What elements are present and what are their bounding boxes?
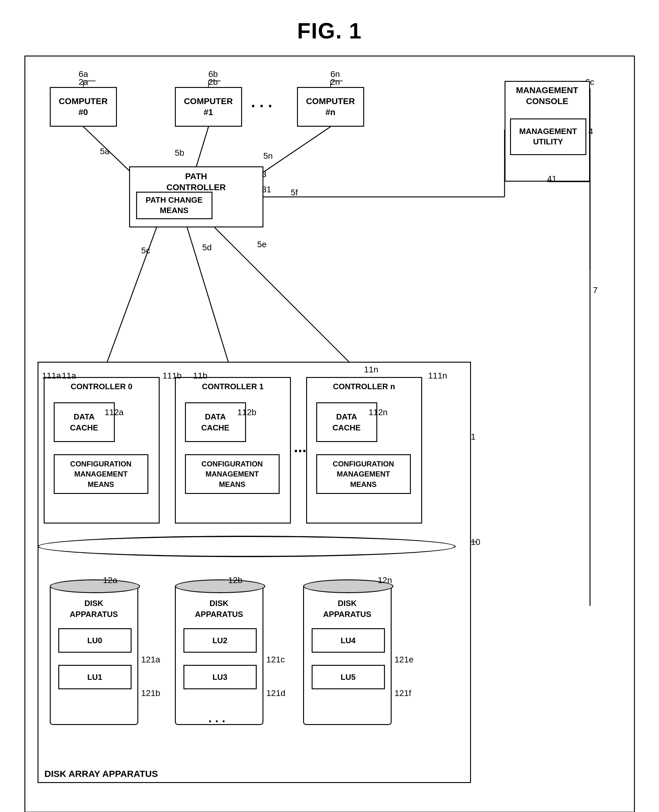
dots-computers: . . . [251,93,272,111]
disk-app-1-cylinder: DISKAPPARATUS LU2 LU3 [175,585,263,725]
dots-controllers: ... [294,438,307,456]
lu4-label: LU4 [341,636,356,645]
config-mgmt-n-label: CONFIGURATIONMANAGEMENTMEANS [333,459,394,490]
controller-n-box: CONTROLLER n DATACACHE CONFIGURATIONMANA… [306,377,422,523]
controller-1-label: CONTROLLER 1 [202,382,263,392]
path-change-means-box: PATH CHANGEMEANS [136,192,213,219]
ref-3: 3 [262,169,267,179]
mgmt-utility-label: MANAGEMENTUTILITY [519,126,577,147]
ref-2b: 2b [208,77,218,87]
ref-11a: 11a [62,371,76,381]
disk-array-label: DISK ARRAY APPARATUS [44,769,158,779]
data-cache-0-label: DATACACHE [70,411,98,434]
lu3-box: LU3 [183,665,257,689]
computer-0-box: COMPUTER#0 [50,87,117,127]
data-cache-n: DATACACHE [316,402,377,442]
disk-app-1-label: DISKAPPARATUS [176,598,263,620]
controller-n-label: CONTROLLER n [333,382,395,392]
ref-10: 10 [471,537,481,547]
ref-41: 41 [547,174,557,184]
data-cache-n-label: DATACACHE [333,411,361,434]
disk-app-0-cylinder: DISKAPPARATUS LU0 LU1 [50,585,138,725]
ref-121b: 121b [141,688,160,698]
computer-1-box: COMPUTER#1 [175,87,242,127]
lu4-box: LU4 [312,628,385,653]
lu1-label: LU1 [87,673,102,682]
san-bus [38,536,456,557]
ref-12a: 12a [103,575,118,585]
computer-n-box: COMPUTER#n [297,87,364,127]
disk-app-0-top [50,579,140,593]
controller-0-label: CONTROLLER 0 [71,382,132,392]
ref-111a: 111a [42,371,61,381]
diagram-container: 6a 2a 6b 2b 6n 2n 6c COMPUTER#0 COMPUTER… [24,55,635,812]
lu5-box: LU5 [312,665,385,689]
ref-12b: 12b [228,575,243,585]
lu0-label: LU0 [87,636,102,645]
controller-1-box: CONTROLLER 1 DATACACHE CONFIGURATIONMANA… [175,377,291,523]
lu2-box: LU2 [183,628,257,653]
ref-11n: 11n [364,365,378,375]
ref-11b: 11b [193,371,208,381]
path-change-means-label: PATH CHANGEMEANS [146,195,203,216]
path-controller-label: PATHCONTROLLER [166,171,225,193]
lu1-box: LU1 [58,665,132,689]
computer-n-label: COMPUTER#n [306,96,355,118]
ref-5b: 5b [175,148,184,158]
lu0-box: LU0 [58,628,132,653]
disk-app-0-label: DISKAPPARATUS [50,598,137,620]
ref-7: 7 [593,285,598,295]
ref-5f: 5f [291,188,298,197]
page-title: FIG. 1 [0,0,659,55]
lu2-label: LU2 [213,636,227,645]
disk-app-1-top [175,579,265,593]
mgmt-utility-box: MANAGEMENTUTILITY [510,118,586,155]
controller-0-box: CONTROLLER 0 DATACACHE CONFIGURATIONMANA… [44,377,160,523]
ref-31: 31 [262,185,271,194]
ref-5c: 5c [141,246,150,255]
dots-lus: . . . [208,711,225,725]
disk-apparatus-1: DISKAPPARATUS LU2 LU3 12b 121c 121d . . … [175,575,270,728]
config-mgmt-n: CONFIGURATIONMANAGEMENTMEANS [316,454,411,494]
ref-112b: 112b [238,408,256,417]
ref-5e: 5e [257,240,267,249]
computer-0-label: COMPUTER#0 [58,96,107,118]
ref-111n: 111n [428,371,447,381]
data-cache-1-label: DATACACHE [201,411,229,434]
ref-121c: 121c [266,655,285,665]
ref-4: 4 [588,127,593,136]
ref-5a: 5a [100,147,110,156]
disk-apparatus-n: DISKAPPARATUS LU4 LU5 12n 121e 121f [303,575,398,728]
ref-121d: 121d [266,688,285,698]
ref-5n: 5n [263,151,273,161]
ref-1: 1 [471,432,476,442]
lu3-label: LU3 [213,673,227,682]
lu5-label: LU5 [341,673,356,682]
computer-1-label: COMPUTER#1 [184,96,233,118]
svg-line-11 [214,227,364,377]
ref-12n: 12n [378,575,392,585]
ref-112a: 112a [105,408,124,417]
config-mgmt-1-label: CONFIGURATIONMANAGEMENTMEANS [202,459,263,490]
ref-2a: 2a [79,77,88,87]
mgmt-console-box: MANAGEMENTCONSOLE MANAGEMENTUTILITY [504,81,590,181]
ref-112n: 112n [369,408,388,417]
disk-app-n-cylinder: DISKAPPARATUS LU4 LU5 [303,585,392,725]
ref-5d: 5d [202,243,212,252]
data-cache-1: DATACACHE [185,402,246,442]
ref-2n: 2n [331,77,340,87]
disk-app-n-label: DISKAPPARATUS [304,598,391,620]
disk-apparatus-0: DISKAPPARATUS LU0 LU1 12a 121a 121b [50,575,144,728]
ref-121e: 121e [395,655,414,665]
config-mgmt-0-label: CONFIGURATIONMANAGEMENTMEANS [70,459,132,490]
mgmt-console-label: MANAGEMENTCONSOLE [516,85,579,107]
config-mgmt-0: CONFIGURATIONMANAGEMENTMEANS [54,454,148,494]
ref-121a: 121a [141,655,160,665]
ref-121f: 121f [395,688,411,698]
config-mgmt-1: CONFIGURATIONMANAGEMENTMEANS [185,454,280,494]
path-controller-box: PATHCONTROLLER PATH CHANGEMEANS [129,166,263,227]
ref-111b: 111b [163,371,181,381]
